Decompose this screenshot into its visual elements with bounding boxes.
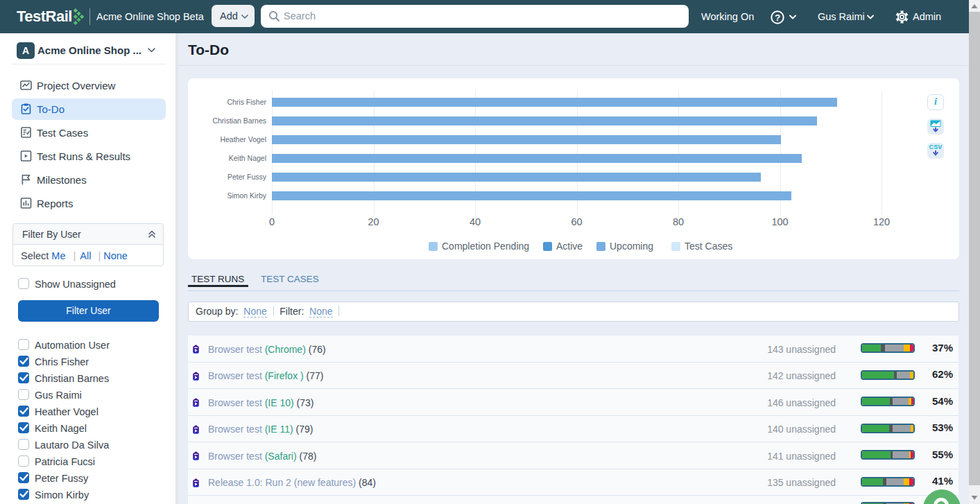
svg-text:?: ? [775,12,780,23]
